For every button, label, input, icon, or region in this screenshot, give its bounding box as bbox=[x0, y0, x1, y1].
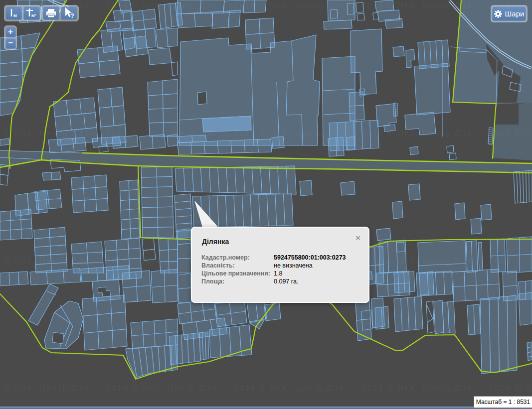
svg-text:2014 © ПКК. Центр ДЗК: 2014 © ПКК. Центр ДЗК bbox=[106, 384, 217, 393]
svg-text:2014 © ПКК. Центр ДЗК: 2014 © ПКК. Центр ДЗК bbox=[489, 256, 532, 265]
svg-text:2014 © ПКК. Центр ДЗК: 2014 © ПКК. Центр ДЗК bbox=[361, 256, 473, 265]
svg-text:?: ? bbox=[70, 12, 74, 19]
svg-text:М²: М² bbox=[31, 13, 36, 18]
svg-text:2014 © ПКК. Центр ДЗК: 2014 © ПКК. Центр ДЗК bbox=[361, 129, 473, 137]
svg-text:2014 © ПКК. Центр ДЗК: 2014 © ПКК. Центр ДЗК bbox=[106, 1, 217, 10]
svg-text:2014 © ПКК. Центр ДЗК: 2014 © ПКК. Центр ДЗК bbox=[489, 384, 532, 393]
svg-text:2014 © ПКК. Центр ДЗК: 2014 © ПКК. Центр ДЗК bbox=[0, 384, 90, 393]
svg-text:2014 © ПКК. Центр ДЗК: 2014 © ПКК. Центр ДЗК bbox=[234, 384, 345, 393]
svg-text:2014 © ПКК. Центр ДЗК: 2014 © ПКК. Центр ДЗК bbox=[234, 1, 345, 10]
svg-text:2014 © ПКК. Центр ДЗК: 2014 © ПКК. Центр ДЗК bbox=[361, 1, 473, 10]
svg-text:М: М bbox=[13, 13, 17, 18]
svg-text:2014 © ПКК. Центр ДЗК: 2014 © ПКК. Центр ДЗК bbox=[234, 129, 345, 137]
svg-text:2014 © ПКК. Центр ДЗК: 2014 © ПКК. Центр ДЗК bbox=[106, 129, 217, 137]
svg-text:2014 © ПКК. Центр ДЗК: 2014 © ПКК. Центр ДЗК bbox=[361, 384, 473, 393]
svg-text:2014 © ПКК. Центр ДЗК: 2014 © ПКК. Центр ДЗК bbox=[0, 129, 90, 137]
svg-text:2014 © ПКК. Центр ДЗК: 2014 © ПКК. Центр ДЗК bbox=[489, 129, 532, 137]
svg-text:2014 © ПКК. Центр ДЗК: 2014 © ПКК. Центр ДЗК bbox=[0, 256, 90, 265]
